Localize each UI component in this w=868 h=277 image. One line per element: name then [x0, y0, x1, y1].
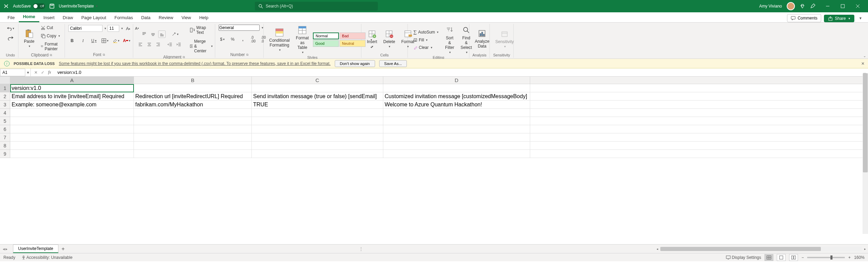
- cell-rest-8[interactable]: [530, 142, 868, 150]
- hscroll-right[interactable]: ▸: [863, 247, 867, 251]
- autosave-toggle[interactable]: AutoSave Off: [13, 3, 45, 9]
- cell-A6[interactable]: [10, 125, 134, 133]
- zoom-in-button[interactable]: +: [848, 255, 851, 260]
- col-header-D[interactable]: D: [383, 77, 530, 84]
- col-header-A[interactable]: A: [10, 77, 134, 84]
- select-all-triangle[interactable]: [0, 77, 10, 84]
- cell-B6[interactable]: [134, 125, 252, 133]
- close-button[interactable]: [850, 0, 865, 12]
- name-box[interactable]: A1: [0, 69, 25, 76]
- clear-button[interactable]: Clear▾: [411, 44, 435, 51]
- cell-D7[interactable]: [383, 133, 530, 142]
- format-as-table-button[interactable]: Format as Table▾: [294, 25, 311, 55]
- font-color-button[interactable]: A▾: [123, 37, 130, 44]
- cell-B8[interactable]: [134, 142, 252, 150]
- collapse-ribbon-button[interactable]: ⌄: [863, 54, 866, 58]
- tab-home[interactable]: Home: [19, 12, 39, 22]
- row-header-7[interactable]: 7: [0, 133, 10, 142]
- row-header-5[interactable]: 5: [0, 117, 10, 125]
- search-input[interactable]: Search (Alt+Q): [255, 2, 378, 11]
- cell-D8[interactable]: [383, 142, 530, 150]
- cell-D5[interactable]: [383, 117, 530, 125]
- autosum-button[interactable]: ∑AutoSum▾: [411, 29, 441, 36]
- clipboard-dialog-icon[interactable]: ⧉: [50, 53, 52, 57]
- enter-formula-icon[interactable]: ✓: [40, 70, 46, 75]
- zoom-slider[interactable]: [807, 257, 845, 258]
- cell-D4[interactable]: [383, 109, 530, 117]
- tab-view[interactable]: View: [177, 13, 195, 22]
- number-dialog-icon[interactable]: ⧉: [246, 53, 248, 57]
- format-painter-button[interactable]: Format Painter: [39, 41, 62, 52]
- tab-help[interactable]: Help: [195, 13, 212, 22]
- increase-indent-button[interactable]: [175, 41, 182, 48]
- cell-C9[interactable]: [252, 150, 383, 158]
- sheet-nav-next[interactable]: ▸: [5, 247, 8, 251]
- align-middle-button[interactable]: [149, 30, 157, 38]
- msgbar-text[interactable]: Some features might be lost if you save …: [59, 61, 330, 66]
- row-header-6[interactable]: 6: [0, 125, 10, 133]
- cell-B4[interactable]: [134, 109, 252, 117]
- align-left-button[interactable]: [137, 41, 144, 48]
- view-normal-button[interactable]: [764, 254, 773, 261]
- zoom-level[interactable]: 160%: [854, 255, 865, 260]
- fill-color-button[interactable]: ▾: [112, 37, 120, 44]
- cell-A3[interactable]: Example: someone@example.com: [10, 101, 134, 109]
- cell-A8[interactable]: [10, 142, 134, 150]
- tab-page-layout[interactable]: Page Layout: [77, 13, 110, 22]
- avatar[interactable]: [787, 2, 795, 10]
- row-header-3[interactable]: 3: [0, 101, 10, 109]
- bold-button[interactable]: B: [68, 37, 76, 44]
- maximize-button[interactable]: [835, 0, 850, 12]
- decrease-indent-button[interactable]: [166, 41, 174, 48]
- cell-B5[interactable]: [134, 117, 252, 125]
- cell-D6[interactable]: [383, 125, 530, 133]
- cell-B7[interactable]: [134, 133, 252, 142]
- alignment-dialog-icon[interactable]: ⧉: [183, 55, 185, 59]
- cell-B1[interactable]: [134, 84, 252, 92]
- number-format-select[interactable]: [219, 25, 260, 31]
- horizontal-scroll-thumb[interactable]: [660, 247, 821, 251]
- pen-icon[interactable]: [810, 3, 815, 9]
- col-header-C[interactable]: C: [252, 77, 383, 84]
- cell-B2[interactable]: Redirection url [inviteRedirectURL] Requ…: [134, 92, 252, 101]
- cell-D9[interactable]: [383, 150, 530, 158]
- align-center-button[interactable]: [146, 41, 153, 48]
- cell-A4[interactable]: [10, 109, 134, 117]
- row-header-1[interactable]: 1: [0, 84, 10, 92]
- analyze-data-button[interactable]: Analyze Data: [473, 28, 492, 49]
- cell-A2[interactable]: Email address to invite [inviteeEmail] R…: [10, 92, 134, 101]
- tab-insert[interactable]: Insert: [39, 13, 59, 22]
- tab-data[interactable]: Data: [137, 13, 154, 22]
- formula-input[interactable]: version:v1.0: [55, 69, 861, 76]
- cell-C2[interactable]: Send invitation message (true or false) …: [252, 92, 383, 101]
- row-header-2[interactable]: 2: [0, 92, 10, 101]
- cell-A9[interactable]: [10, 150, 134, 158]
- increase-decimal-button[interactable]: .0.00: [249, 36, 257, 43]
- cancel-formula-icon[interactable]: ✕: [33, 70, 39, 75]
- row-header-8[interactable]: 8: [0, 142, 10, 150]
- cell-rest-5[interactable]: [530, 117, 868, 125]
- fx-icon[interactable]: fx: [46, 70, 53, 75]
- vertical-scrollbar[interactable]: [863, 73, 868, 234]
- save-icon[interactable]: [49, 3, 55, 10]
- italic-button[interactable]: I: [79, 37, 87, 44]
- redo-button[interactable]: [7, 34, 14, 42]
- align-top-button[interactable]: [140, 30, 148, 38]
- cell-rest-3[interactable]: [530, 101, 868, 109]
- ribbon-options-button[interactable]: ▾: [856, 14, 865, 22]
- sheet-nav-prev[interactable]: ◂: [3, 247, 5, 251]
- percent-format-button[interactable]: %: [229, 36, 236, 43]
- align-right-button[interactable]: [154, 41, 162, 48]
- sort-filter-button[interactable]: Sort & Filter▾: [443, 25, 456, 55]
- horizontal-scrollbar[interactable]: ◂ ▸: [660, 247, 862, 251]
- filename-dropdown[interactable]: UserInviteTemplate ▾: [59, 4, 98, 9]
- sheet-split-handle[interactable]: ⋮: [359, 247, 363, 251]
- display-settings-button[interactable]: Display Settings: [726, 255, 761, 260]
- cell-B9[interactable]: [134, 150, 252, 158]
- accounting-format-button[interactable]: $▾: [219, 36, 226, 43]
- cell-A5[interactable]: [10, 117, 134, 125]
- cell-C5[interactable]: [252, 117, 383, 125]
- zoom-out-button[interactable]: −: [801, 255, 804, 260]
- tab-review[interactable]: Review: [155, 13, 178, 22]
- msgbar-close-button[interactable]: ✕: [861, 61, 865, 66]
